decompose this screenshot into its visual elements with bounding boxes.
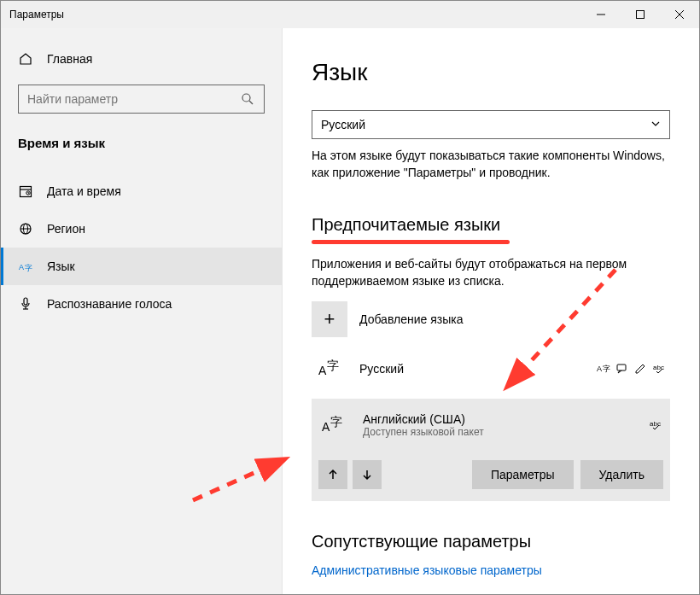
language-subtext: Доступен языковой пакет (363, 426, 638, 438)
sidebar-item-language[interactable]: A字 Язык (1, 248, 282, 285)
svg-line-10 (28, 193, 29, 194)
preferred-languages-title: Предпочитаемые языки (312, 215, 670, 235)
calendar-icon (18, 184, 33, 198)
sidebar-item-label: Распознавание голоса (47, 297, 172, 311)
svg-text:字: 字 (603, 365, 610, 373)
admin-language-link[interactable]: Административные языковые параметры (312, 563, 670, 577)
minimize-button[interactable] (581, 1, 621, 28)
close-button[interactable] (660, 1, 699, 28)
svg-text:字: 字 (25, 264, 32, 272)
sidebar-item-region[interactable]: Регион (1, 210, 282, 248)
svg-point-4 (242, 94, 250, 102)
chevron-down-icon (650, 118, 661, 131)
svg-text:abc: abc (650, 420, 661, 428)
language-icon: A字 (18, 260, 33, 273)
language-glyph-icon: A字 (312, 351, 347, 387)
home-link[interactable]: Главная (1, 45, 282, 79)
svg-text:A: A (322, 420, 330, 434)
move-up-button[interactable] (318, 460, 347, 489)
svg-text:字: 字 (327, 359, 339, 372)
spellcheck-badge-icon: abc (653, 362, 667, 376)
plus-icon: + (312, 301, 347, 337)
svg-line-5 (249, 101, 253, 104)
text-to-speech-badge-icon (615, 362, 629, 376)
svg-text:A: A (318, 364, 327, 377)
globe-icon (18, 222, 33, 236)
language-item-russian[interactable]: A字 Русский A字 abc (312, 346, 670, 392)
language-glyph-icon: A字 (315, 407, 351, 443)
move-down-button[interactable] (353, 460, 382, 489)
svg-text:A: A (597, 365, 602, 373)
window-title: Параметры (9, 9, 64, 20)
language-feature-badges: A字 abc (597, 362, 667, 376)
language-name: Русский (359, 362, 585, 376)
add-language-label: Добавление языка (359, 312, 464, 326)
display-language-dropdown[interactable]: Русский (312, 110, 670, 139)
options-button[interactable]: Параметры (472, 460, 574, 489)
preferred-languages-description: Приложения и веб-сайты будут отображатьс… (312, 256, 670, 289)
maximize-button[interactable] (621, 1, 660, 28)
home-icon (18, 52, 33, 66)
language-item-english[interactable]: A字 Английский (США) Доступен языковой па… (312, 399, 670, 452)
sidebar-item-datetime[interactable]: Дата и время (1, 172, 282, 210)
language-actions: Параметры Удалить (312, 452, 670, 501)
home-label: Главная (47, 52, 92, 66)
spellcheck-badge-icon: abc (650, 418, 663, 433)
display-language-badge-icon: A字 (597, 362, 610, 376)
sidebar-item-label: Язык (47, 260, 75, 273)
language-name: Английский (США) (363, 412, 638, 426)
sidebar-item-speech[interactable]: Распознавание голоса (1, 285, 282, 323)
related-settings-title: Сопутствующие параметры (312, 532, 670, 551)
search-icon (240, 92, 255, 106)
svg-rect-16 (24, 298, 27, 305)
search-field[interactable] (27, 92, 240, 106)
svg-text:字: 字 (330, 415, 342, 429)
sidebar-item-label: Дата и время (47, 184, 121, 198)
category-title: Время и язык (1, 129, 282, 162)
display-language-description: На этом языке будут показываться такие к… (312, 148, 670, 181)
dropdown-value: Русский (321, 118, 365, 131)
handwriting-badge-icon (634, 362, 648, 376)
sidebar: Главная Время и язык Дата и время Регион… (1, 28, 283, 594)
search-input[interactable] (18, 85, 265, 114)
svg-text:A: A (19, 263, 24, 271)
svg-text:abc: abc (653, 364, 664, 371)
page-title: Язык (312, 59, 670, 86)
language-feature-badges: abc (650, 418, 663, 433)
content-pane: Язык Русский На этом языке будут показыв… (283, 28, 699, 594)
svg-rect-23 (617, 365, 626, 370)
sidebar-item-label: Регион (47, 222, 85, 236)
add-language-button[interactable]: + Добавление языка (312, 301, 670, 337)
remove-button[interactable]: Удалить (580, 460, 663, 489)
microphone-icon (18, 297, 33, 311)
titlebar: Параметры (1, 1, 699, 28)
svg-rect-1 (637, 11, 645, 19)
annotation-underline (312, 240, 510, 244)
